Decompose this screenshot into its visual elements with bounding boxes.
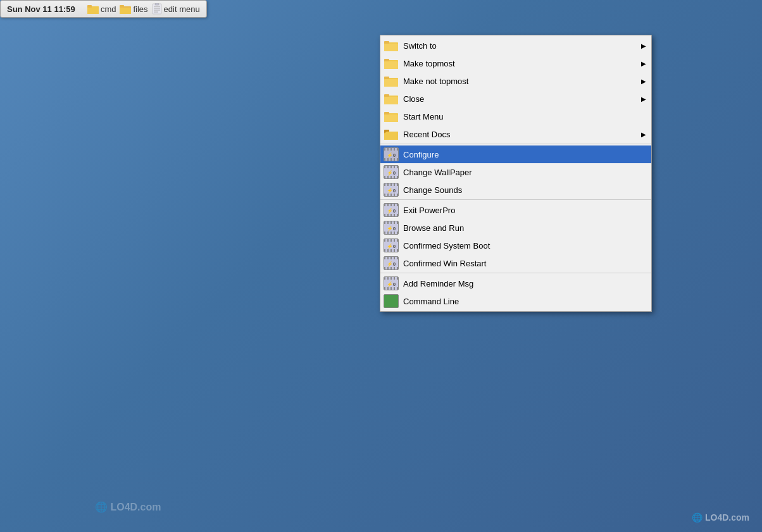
recent-docs-arrow: ▶ [641, 131, 646, 138]
svg-rect-20 [384, 61, 398, 69]
taskbar-cmd-label: cmd [101, 4, 116, 14]
taskbar-files-label: files [133, 4, 147, 14]
context-menu: Switch to ▶ Make topmost ▶ Make not topm… [380, 35, 652, 312]
recent-docs-label: Recent Docs [403, 130, 637, 139]
folder-icon-files [120, 4, 131, 14]
exit-powerpro-label: Exit PowerPro [403, 206, 646, 215]
close-icon [383, 92, 399, 106]
menu-item-browse-run[interactable]: ⚡0 Browse and Run [380, 219, 651, 237]
change-sounds-label: Change Sounds [403, 185, 646, 195]
folder-svg-5 [384, 111, 398, 122]
make-topmost-arrow: ▶ [641, 60, 646, 67]
svg-rect-25 [384, 94, 389, 97]
svg-rect-19 [384, 59, 389, 61]
confirmed-restart-icon: ⚡0 [383, 256, 399, 270]
taskbar-item-cmd[interactable]: cmd [87, 4, 116, 14]
svg-rect-29 [384, 114, 398, 122]
menu-item-command-line[interactable]: Command Line [380, 292, 651, 310]
change-wallpaper-icon: ⚡0 [383, 165, 399, 179]
svg-rect-26 [384, 97, 398, 104]
folder-svg [384, 40, 398, 51]
make-topmost-label: Make topmost [403, 59, 637, 68]
menu-item-recent-docs[interactable]: Recent Docs ▶ [380, 125, 651, 144]
menu-item-change-wallpaper[interactable]: ⚡0 Change WallPaper [380, 163, 651, 181]
folder-icon-cmd [87, 4, 99, 14]
menu-item-confirmed-restart[interactable]: ⚡0 Confirmed Win Restart [380, 254, 651, 273]
browse-run-label: Browse and Run [403, 223, 646, 233]
switch-to-label: Switch to [403, 41, 637, 51]
exit-powerpro-icon: ⚡0 [383, 203, 399, 217]
make-not-topmost-icon [383, 74, 399, 88]
folder-svg-3 [384, 75, 398, 87]
taskbar-separator [79, 4, 84, 14]
make-not-topmost-label: Make not topmost [403, 77, 637, 86]
folder-open-svg [384, 128, 398, 140]
start-menu-label: Start Menu [403, 112, 646, 121]
command-line-label: Command Line [403, 297, 646, 306]
close-arrow: ▶ [641, 96, 646, 102]
taskbar-edit-label: edit menu [164, 4, 200, 14]
add-reminder-label: Add Reminder Msg [403, 279, 646, 288]
change-sounds-icon: ⚡0 [383, 183, 399, 197]
browse-run-icon: ⚡0 [383, 221, 399, 235]
menu-item-confirmed-boot[interactable]: ⚡0 Confirmed System Boot [380, 237, 651, 254]
notepad-icon [152, 3, 162, 15]
close-label: Close [403, 94, 637, 104]
svg-rect-7 [153, 4, 161, 14]
svg-rect-2 [87, 8, 99, 14]
confirmed-boot-icon: ⚡0 [383, 238, 399, 252]
svg-rect-23 [384, 79, 398, 87]
confirmed-restart-label: Confirmed Win Restart [403, 259, 646, 268]
taskbar-item-files[interactable]: files [120, 4, 147, 14]
start-menu-icon [383, 109, 399, 123]
menu-item-add-reminder[interactable]: ⚡0 Add Reminder Msg [380, 275, 651, 292]
menu-item-exit-powerpro[interactable]: ⚡0 Exit PowerPro [380, 201, 651, 219]
folder-svg-2 [384, 58, 398, 69]
watermark-bottom-right: 🌐 LO4D.com [692, 512, 749, 523]
taskbar-time: Sun Nov 11 11:59 [7, 4, 75, 14]
make-not-topmost-arrow: ▶ [641, 78, 646, 85]
menu-item-switch-to[interactable]: Switch to ▶ [380, 37, 651, 54]
svg-rect-16 [384, 41, 389, 44]
svg-rect-17 [384, 44, 398, 51]
menu-item-close[interactable]: Close ▶ [380, 90, 651, 108]
make-topmost-icon [383, 56, 399, 70]
add-reminder-icon: ⚡0 [383, 276, 399, 290]
configure-icon: ⚡0 [383, 147, 399, 161]
watermark-bottom-left: 🌐 LO4D.com [95, 501, 161, 513]
recent-docs-icon [383, 127, 399, 141]
command-line-icon [383, 294, 399, 308]
svg-rect-22 [384, 77, 389, 79]
svg-rect-6 [120, 5, 124, 8]
menu-item-make-not-topmost[interactable]: Make not topmost ▶ [380, 72, 651, 90]
menu-item-change-sounds[interactable]: ⚡0 Change Sounds [380, 181, 651, 200]
switch-to-icon [383, 39, 399, 53]
svg-rect-3 [87, 5, 92, 8]
menu-item-configure[interactable]: ⚡0 Configure [380, 145, 651, 163]
svg-rect-28 [384, 112, 389, 114]
svg-rect-5 [120, 8, 131, 14]
menu-item-make-topmost[interactable]: Make topmost ▶ [380, 54, 651, 72]
change-wallpaper-label: Change WallPaper [403, 168, 646, 177]
configure-label: Configure [403, 150, 646, 159]
switch-to-arrow: ▶ [641, 42, 646, 49]
taskbar-item-edit[interactable]: edit menu [152, 3, 200, 15]
folder-svg-4 [384, 93, 398, 104]
svg-rect-12 [155, 3, 159, 5]
confirmed-boot-label: Confirmed System Boot [403, 241, 646, 251]
taskbar[interactable]: Sun Nov 11 11:59 cmd files edit menu [0, 0, 207, 18]
menu-item-start-menu[interactable]: Start Menu [380, 108, 651, 125]
